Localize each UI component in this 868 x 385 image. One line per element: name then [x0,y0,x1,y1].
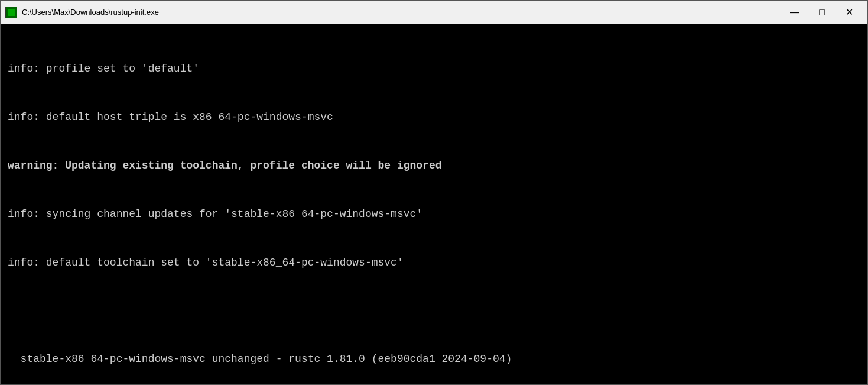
terminal-line-6: stable-x86_64-pc-windows-msvc unchanged … [8,351,860,368]
app-icon-inner [8,9,15,16]
app-icon [5,7,17,18]
terminal-content: info: profile set to 'default' info: def… [8,29,860,384]
window-title: C:\Users\Max\Downloads\rustup-init.exe [22,8,159,17]
terminal-line-4: info: syncing channel updates for 'stabl… [8,206,860,223]
title-bar: C:\Users\Max\Downloads\rustup-init.exe —… [1,1,867,24]
maximize-button[interactable]: □ [808,1,836,24]
terminal-line-5: info: default toolchain set to 'stable-x… [8,255,860,271]
window-controls: — □ ✕ [781,1,863,24]
terminal-body[interactable]: info: profile set to 'default' info: def… [1,24,867,384]
close-button[interactable]: ✕ [836,1,863,24]
terminal-line-3: warning: Updating existing toolchain, pr… [8,158,860,174]
terminal-window: C:\Users\Max\Downloads\rustup-init.exe —… [0,0,868,385]
terminal-line-2: info: default host triple is x86_64-pc-w… [8,109,860,126]
title-bar-left: C:\Users\Max\Downloads\rustup-init.exe [5,7,159,18]
terminal-line-empty-1 [8,303,860,319]
terminal-line-1: info: profile set to 'default' [8,61,860,77]
minimize-button[interactable]: — [781,1,808,24]
